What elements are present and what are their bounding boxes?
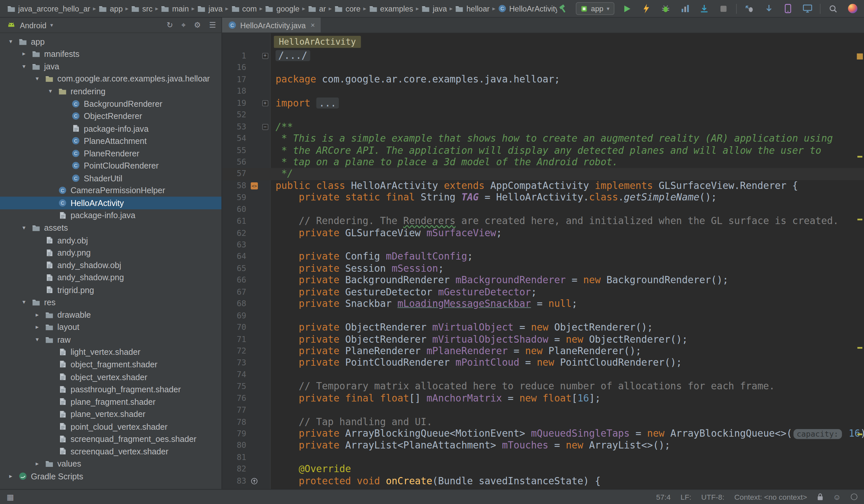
code-line[interactable]: 65 private Session mSession; bbox=[222, 263, 864, 274]
tree-item[interactable]: ▾res bbox=[0, 296, 221, 309]
line-number[interactable]: 58 bbox=[222, 180, 248, 192]
code-line[interactable]: 79 private ArrayBlockingQueue<MotionEven… bbox=[222, 428, 864, 440]
tree-item[interactable]: object_vertex.shader bbox=[0, 371, 221, 383]
tree-item[interactable]: CShaderUtil bbox=[0, 172, 221, 184]
line-number[interactable]: 82 bbox=[222, 463, 248, 475]
code-line[interactable]: 82 @Override bbox=[222, 463, 864, 475]
tree-item[interactable]: plane_fragment.shader bbox=[0, 395, 221, 408]
profiler-icon[interactable] bbox=[679, 3, 691, 15]
tree-item[interactable]: ▾java bbox=[0, 60, 221, 73]
toolwindow-toggle-icon[interactable]: ▦ bbox=[7, 492, 14, 501]
profile-sphere-icon[interactable] bbox=[846, 3, 859, 15]
background-tasks-icon[interactable] bbox=[851, 493, 857, 500]
code-line[interactable]: 73 private PointCloudRenderer mPointClou… bbox=[222, 357, 864, 369]
code-line[interactable]: 19+import ... bbox=[222, 97, 864, 109]
tree-item[interactable]: point_cloud_vertex.shader bbox=[0, 420, 221, 433]
breadcrumb-item[interactable]: ar bbox=[307, 4, 327, 13]
code-line[interactable]: 67 private GestureDetector mGestureDetec… bbox=[222, 286, 864, 298]
tree-item[interactable]: ▾assets bbox=[0, 221, 221, 234]
breadcrumb-current-class[interactable]: HelloArActivity bbox=[274, 35, 361, 48]
breadcrumb-item[interactable]: helloar bbox=[454, 4, 491, 13]
line-number[interactable]: 59 bbox=[222, 192, 248, 204]
code-line[interactable]: 64 private Config mDefaultConfig; bbox=[222, 251, 864, 263]
warning-stripe-mark[interactable] bbox=[857, 156, 862, 157]
context-widget[interactable]: Context: <no context> bbox=[734, 493, 807, 501]
line-separator-widget[interactable]: LF: bbox=[681, 493, 692, 501]
tree-item[interactable]: CCameraPermissionHelper bbox=[0, 184, 221, 197]
line-number[interactable]: 54 bbox=[222, 133, 248, 145]
breadcrumb-item[interactable]: com bbox=[230, 4, 259, 13]
install-run-icon[interactable] bbox=[698, 3, 710, 15]
breadcrumb-item[interactable]: google bbox=[264, 4, 301, 13]
line-number[interactable]: 18 bbox=[222, 85, 248, 97]
code-line[interactable]: 55 * the ARCore API. The application wil… bbox=[222, 145, 864, 156]
line-number[interactable]: 79 bbox=[222, 428, 248, 440]
debug-icon[interactable] bbox=[660, 3, 672, 15]
line-number[interactable]: 77 bbox=[222, 405, 248, 416]
tree-item[interactable]: andy.obj bbox=[0, 234, 221, 247]
chevron-collapsed-icon[interactable]: ▸ bbox=[31, 324, 44, 331]
chevron-expanded-icon[interactable]: ▾ bbox=[18, 63, 31, 70]
hector-inspector-icon[interactable]: ☺ bbox=[833, 492, 841, 501]
code-line[interactable]: 16 bbox=[222, 62, 864, 74]
code-line[interactable]: 69 bbox=[222, 310, 864, 322]
code-line[interactable]: 62 private GLSurfaceView mSurfaceView; bbox=[222, 227, 864, 239]
line-number[interactable]: 53 bbox=[222, 121, 248, 133]
device-manager-icon[interactable] bbox=[782, 3, 794, 15]
line-number[interactable]: 78 bbox=[222, 416, 248, 428]
inspection-indicator[interactable] bbox=[857, 53, 863, 59]
code-line[interactable]: 59 private static final String TAG = Hel… bbox=[222, 192, 864, 204]
warning-stripe-mark[interactable] bbox=[857, 219, 862, 220]
tree-item[interactable]: screenquad_vertex.shader bbox=[0, 445, 221, 458]
line-number[interactable]: 76 bbox=[222, 393, 248, 405]
line-number[interactable]: 74 bbox=[222, 369, 248, 381]
code-line[interactable]: 17package com.google.ar.core.examples.ja… bbox=[222, 74, 864, 85]
code-line[interactable]: 18 bbox=[222, 85, 864, 97]
tree-item[interactable]: ▾com.google.ar.core.examples.java.helloa… bbox=[0, 73, 221, 85]
line-number[interactable]: 17 bbox=[222, 74, 248, 85]
breadcrumb-item[interactable]: app bbox=[97, 4, 124, 13]
line-number[interactable]: 73 bbox=[222, 357, 248, 369]
line-number[interactable]: 61 bbox=[222, 216, 248, 227]
chevron-collapsed-icon[interactable]: ▸ bbox=[4, 472, 17, 480]
line-number[interactable]: 69 bbox=[222, 310, 248, 322]
override-gutter-icon[interactable] bbox=[248, 477, 261, 484]
tree-item[interactable]: object_fragment.shader bbox=[0, 358, 221, 371]
code-line[interactable]: 80 private ArrayList<PlaneAttachment> mT… bbox=[222, 440, 864, 452]
encoding-widget[interactable]: UTF-8: bbox=[701, 493, 724, 501]
line-number[interactable]: 75 bbox=[222, 381, 248, 393]
line-number[interactable]: 71 bbox=[222, 334, 248, 345]
code-line[interactable]: 76 private final float[] mAnchorMatrix =… bbox=[222, 393, 864, 405]
chevron-expanded-icon[interactable]: ▾ bbox=[18, 299, 31, 306]
line-number[interactable]: 19 bbox=[222, 97, 248, 109]
tree-item[interactable]: ▸layout bbox=[0, 321, 221, 334]
tree-item[interactable]: CPlaneAttachment bbox=[0, 135, 221, 147]
line-number[interactable]: 52 bbox=[222, 109, 248, 121]
download-icon[interactable] bbox=[763, 3, 775, 15]
line-number[interactable]: 70 bbox=[222, 322, 248, 334]
code-line[interactable]: 1+/.../ bbox=[222, 50, 864, 62]
code-line[interactable]: 68 private Snackbar mLoadingMessageSnack… bbox=[222, 298, 864, 310]
fold-marker[interactable]: − bbox=[261, 124, 269, 130]
settings-icon[interactable]: ⚙ bbox=[194, 20, 201, 30]
breadcrumb-item[interactable]: examples bbox=[367, 4, 415, 13]
chevron-expanded-icon[interactable]: ▾ bbox=[4, 38, 17, 45]
code-line[interactable]: 53−/** bbox=[222, 121, 864, 133]
breadcrumb-item[interactable]: java bbox=[196, 4, 224, 13]
collapse-all-icon[interactable]: ☰ bbox=[209, 20, 216, 30]
code-line[interactable]: 56 * tap on a plane to place a 3d model … bbox=[222, 156, 864, 168]
tree-item[interactable]: ▸manifests bbox=[0, 48, 221, 60]
chevron-collapsed-icon[interactable]: ▸ bbox=[31, 460, 44, 467]
code-line[interactable]: 54 * This is a simple example that shows… bbox=[222, 133, 864, 145]
tree-item[interactable]: screenquad_fragment_oes.shader bbox=[0, 433, 221, 445]
line-number[interactable]: 65 bbox=[222, 263, 248, 274]
tree-item[interactable]: light_vertex.shader bbox=[0, 346, 221, 358]
tree-item[interactable]: package-info.java bbox=[0, 209, 221, 221]
search-icon[interactable] bbox=[827, 3, 839, 15]
tree-item[interactable]: ▸values bbox=[0, 457, 221, 470]
line-number[interactable]: 81 bbox=[222, 452, 248, 464]
line-number[interactable]: 60 bbox=[222, 204, 248, 216]
close-icon[interactable]: × bbox=[311, 21, 315, 29]
fold-marker[interactable]: + bbox=[261, 53, 269, 59]
tree-item[interactable]: ▸Gradle Scripts bbox=[0, 470, 221, 482]
